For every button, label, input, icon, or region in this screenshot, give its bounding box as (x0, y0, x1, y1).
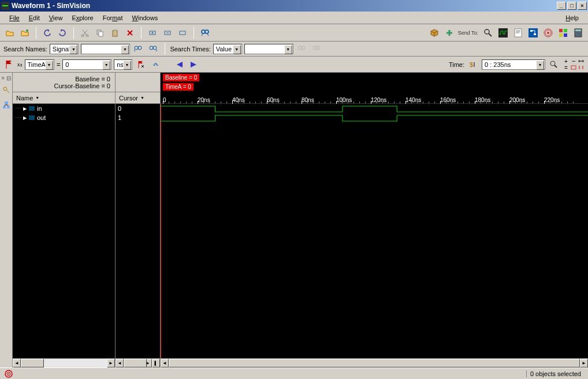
status-bar: 0 objects selected (0, 367, 588, 379)
cursor-column-header[interactable]: Cursor (116, 92, 160, 104)
marker-flag-icon[interactable] (3, 59, 15, 70)
equals-label: = (57, 61, 60, 68)
paste-icon[interactable] (109, 27, 121, 39)
waveform-body[interactable] (161, 104, 588, 358)
svg-rect-10 (180, 31, 185, 35)
svg-rect-23 (564, 29, 567, 32)
side-search-icon[interactable] (0, 84, 13, 96)
search-prev-icon[interactable] (132, 43, 145, 55)
prev-edge-button[interactable] (174, 59, 185, 70)
svg-point-12 (205, 30, 209, 33)
svg-rect-24 (559, 33, 563, 37)
search-names-label: Search Names: (3, 46, 47, 52)
side-hierarchy-icon[interactable] (0, 99, 13, 111)
menu-edit[interactable]: Edit (24, 13, 44, 22)
sendto-wave-icon[interactable] (497, 27, 509, 39)
delete-icon[interactable] (124, 27, 136, 39)
zoom-eq-icon[interactable]: = (563, 65, 570, 70)
sendto-label: Send To: (458, 30, 478, 36)
status-icon[interactable] (3, 369, 14, 378)
time-ruler[interactable]: 020ns40ns60ns80ns100ns120ns140ns160ns180… (161, 92, 588, 103)
time-mode-icon[interactable]: $ (467, 58, 479, 71)
sendto-schematic-icon[interactable] (527, 27, 539, 39)
svg-rect-41 (3, 106, 6, 108)
sendto-memory-icon[interactable] (557, 27, 570, 39)
close-button[interactable]: × (578, 2, 587, 10)
marker-unit-select[interactable]: ns (114, 59, 132, 70)
zoom-minus-icon[interactable]: − (570, 58, 577, 64)
sendto-search-icon[interactable] (482, 27, 494, 39)
marker-select[interactable]: TimeA (25, 59, 54, 70)
zoom-fit-icon[interactable] (176, 27, 189, 39)
cursor-hscroll[interactable]: ◄►▌ (116, 358, 160, 367)
zoom-full-icon[interactable] (570, 65, 577, 70)
sendto-signal-icon[interactable] (542, 27, 554, 39)
minimize-button[interactable]: _ (557, 2, 566, 10)
open-db-icon[interactable] (18, 27, 31, 39)
search-times-input[interactable] (244, 44, 293, 54)
menu-format[interactable]: Format (98, 13, 128, 22)
open-icon[interactable] (3, 27, 16, 39)
time-label: Time: (449, 61, 464, 68)
sendto-source-icon[interactable] (512, 27, 524, 39)
search-times-mode[interactable]: Value (213, 44, 242, 54)
menu-help[interactable]: Help (561, 13, 583, 22)
sendto-calc-icon[interactable] (572, 27, 585, 39)
zoom-in-icon[interactable] (146, 27, 159, 39)
waveform-in (161, 104, 588, 113)
menu-view[interactable]: View (44, 13, 68, 22)
app-icon (1, 2, 9, 10)
waveform-panel: Baseline = 0 TimeA = 0 020ns40ns60ns80ns… (161, 73, 588, 367)
svg-rect-17 (530, 30, 533, 32)
name-column-header[interactable]: Name (13, 92, 115, 104)
search-time-next-icon[interactable] (311, 43, 323, 55)
cursor-value: 0 (116, 104, 160, 113)
search-signal-icon[interactable] (199, 27, 211, 39)
signal-row[interactable]: ⋯▶in (13, 104, 115, 113)
signal-row[interactable]: ⋯▶out (13, 113, 115, 122)
waveform-hscroll[interactable]: ◄► (161, 358, 588, 367)
time-range-input[interactable]: 0 : 235ns (482, 59, 545, 70)
svg-point-13 (485, 29, 489, 34)
menu-file[interactable]: Filedocument.currentScript.previousEleme… (5, 13, 24, 22)
zoom-plus-icon[interactable]: + (563, 58, 570, 64)
svg-rect-42 (7, 106, 10, 108)
window-title: Waveform 1 - SimVision (12, 2, 557, 10)
search-names-mode[interactable]: Signal (50, 44, 79, 54)
zoom-out-icon[interactable] (161, 27, 174, 39)
svg-point-45 (8, 373, 9, 374)
search-next-icon[interactable] (147, 43, 160, 55)
search-names-input[interactable] (81, 44, 130, 54)
search-time-prev-icon[interactable] (296, 43, 308, 55)
svg-rect-22 (559, 29, 563, 32)
marker-delete-icon[interactable] (135, 58, 147, 71)
svg-point-11 (202, 30, 205, 33)
main-toolbar: Send To: (0, 24, 588, 42)
cut-icon[interactable] (79, 27, 91, 39)
svg-point-19 (547, 32, 549, 34)
svg-rect-18 (534, 33, 536, 35)
side-toolbar: × ⊟ (0, 73, 13, 367)
add-icon[interactable] (443, 27, 456, 39)
marker-lock-icon[interactable] (150, 58, 162, 71)
marker-value-input[interactable]: 0 (62, 59, 111, 70)
cursor-column: Cursor 0 1 ◄►▌ (116, 73, 161, 367)
svg-point-34 (313, 46, 317, 50)
cursor-line[interactable] (161, 104, 161, 358)
menu-explore[interactable]: Explore (67, 13, 98, 22)
cursor-column-body: 0 1 (116, 104, 160, 358)
svg-point-39 (3, 87, 7, 91)
copy-icon[interactable] (94, 27, 106, 39)
zoom-fit2-icon[interactable] (578, 58, 585, 64)
maximize-button[interactable]: □ (567, 2, 576, 10)
side-close-icon[interactable]: × ⊟ (0, 74, 12, 82)
menu-windows[interactable]: Windows (128, 13, 163, 22)
svg-rect-7 (114, 29, 116, 31)
redo-icon[interactable] (56, 27, 69, 39)
undo-icon[interactable] (41, 27, 54, 39)
zoom-cursor-icon[interactable] (578, 65, 585, 70)
next-edge-button[interactable] (188, 59, 199, 70)
package-icon[interactable] (428, 27, 441, 39)
zoom-tool-icon[interactable] (548, 58, 560, 71)
name-hscroll[interactable]: ◄► (13, 358, 115, 367)
